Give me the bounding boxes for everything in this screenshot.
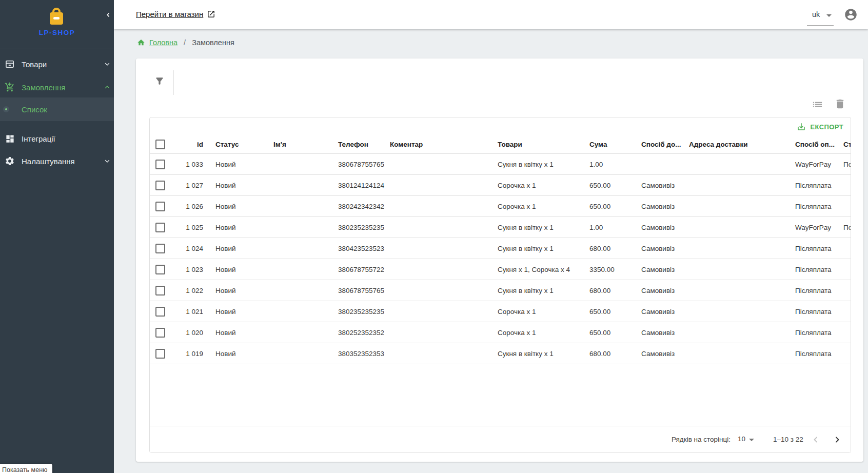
column-header-name[interactable]: Ім'я [265, 135, 330, 154]
cell-pay_status [835, 175, 851, 196]
row-checkbox[interactable] [155, 265, 165, 274]
row-checkbox[interactable] [155, 223, 165, 232]
cell-products: Сукня в квітку x 1 [489, 238, 581, 259]
table-row[interactable]: 1 024Новий380423523523Сукня в квітку x 1… [150, 238, 851, 259]
page-prev-icon[interactable] [811, 435, 821, 445]
sidebar-collapse-button[interactable] [102, 9, 113, 21]
account-circle-icon[interactable] [844, 8, 858, 22]
cell-address [681, 154, 787, 175]
cell-name [265, 280, 330, 301]
column-header-comment[interactable]: Коментар [382, 135, 489, 154]
table-row[interactable]: 1 027Новий380124124124Сорочка x 1650.00С… [150, 175, 851, 196]
cell-pay_status [835, 280, 851, 301]
table-row[interactable]: 1 026Новий380242342342Сорочка x 1650.00С… [150, 196, 851, 217]
cell-name [265, 301, 330, 322]
sidebar-item-settings[interactable]: Налаштування [0, 150, 114, 172]
table-row[interactable]: 1 025Новий380235235235Сукня в квітку x 1… [150, 217, 851, 238]
rows-per-page-label: Рядків на сторінці: [672, 436, 731, 443]
cell-status: Новий [207, 280, 265, 301]
export-button[interactable]: ЕКСПОРТ [797, 121, 843, 132]
go-to-store-link[interactable]: Перейти в магазин [136, 10, 215, 18]
language-value: uk [812, 10, 820, 18]
table-row[interactable]: 1 020Новий380252352352Сорочка x 1650.00С… [150, 322, 851, 343]
filter-divider [173, 70, 174, 95]
row-select-cell [150, 217, 175, 238]
logo-text: LP-SHOP [0, 29, 114, 36]
cell-name [265, 196, 330, 217]
cell-id: 1 020 [175, 322, 207, 343]
filter-funnel-icon[interactable] [154, 76, 165, 86]
column-header-sum[interactable]: Сума [581, 135, 633, 154]
row-select-cell [150, 154, 175, 175]
sidebar-item-label: Замовлення [22, 83, 65, 92]
cell-address [681, 217, 787, 238]
cell-name [265, 154, 330, 175]
row-checkbox[interactable] [155, 160, 165, 169]
rows-per-page-select[interactable]: 10 [738, 435, 745, 443]
table-row[interactable]: 1 019Новий380352352353Сукня в квітку x 1… [150, 343, 851, 364]
sidebar-item-orders[interactable]: Замовлення [0, 76, 114, 98]
table-row[interactable]: 1 022Новий380678755765Сукня в квітку x 1… [150, 280, 851, 301]
app-root: LP-SHOP Товари Замовлення Список [0, 0, 868, 473]
row-checkbox[interactable] [155, 307, 165, 317]
column-header-delivery[interactable]: Спосіб до... [633, 135, 681, 154]
row-checkbox[interactable] [155, 181, 165, 190]
trash-icon[interactable] [834, 98, 846, 110]
cell-sum: 650.00 [581, 301, 633, 322]
sidebar-item-products[interactable]: Товари [0, 53, 114, 75]
cell-sum: 1.00 [581, 154, 633, 175]
column-header-products[interactable]: Товари [489, 135, 581, 154]
cell-products: Сукня в квітку x 1 [489, 154, 581, 175]
cell-address [681, 175, 787, 196]
cell-id: 1 027 [175, 175, 207, 196]
sidebar-item-integrations[interactable]: Інтеграції [0, 127, 114, 150]
orders-table: id Статус Ім'я Телефон Коментар Товари С… [150, 135, 851, 364]
cell-comment [382, 196, 489, 217]
cell-name [265, 343, 330, 364]
cell-delivery: Самовивіз [633, 217, 681, 238]
column-header-phone[interactable]: Телефон [330, 135, 382, 154]
column-header-pay-status[interactable]: Ст [835, 135, 851, 154]
column-header-address[interactable]: Адреса доставки [681, 135, 787, 154]
column-header-status[interactable]: Статус [207, 135, 265, 154]
cell-phone: 380678755765 [330, 280, 382, 301]
cell-payment: Післяплата [787, 175, 835, 196]
chevron-down-icon [826, 14, 832, 17]
row-select-cell [150, 175, 175, 196]
cell-products: Сукня в квітку x 1 [489, 217, 581, 238]
cell-status: Новий [207, 217, 265, 238]
view-list-icon[interactable] [812, 98, 823, 110]
chevron-down-icon [104, 157, 111, 165]
row-checkbox[interactable] [155, 349, 165, 359]
cell-payment: Післяплата [787, 196, 835, 217]
cell-phone: 380242342342 [330, 196, 382, 217]
select-all-checkbox[interactable] [155, 140, 165, 149]
row-checkbox[interactable] [155, 244, 165, 253]
cell-pay_status [835, 238, 851, 259]
cell-products: Сорочка x 1 [489, 196, 581, 217]
table-body: 1 033Новий380678755765Сукня в квітку x 1… [150, 154, 851, 364]
cell-comment [382, 175, 489, 196]
row-checkbox[interactable] [155, 286, 165, 295]
table-row[interactable]: 1 021Новий380235235235Сорочка x 1650.00С… [150, 301, 851, 322]
column-header-payment[interactable]: Спосіб оп... [787, 135, 835, 154]
row-checkbox[interactable] [155, 202, 165, 211]
row-checkbox[interactable] [155, 328, 165, 338]
language-select[interactable]: uk [807, 8, 838, 25]
cell-sum: 3350.00 [581, 259, 633, 280]
select-all-cell [150, 135, 175, 154]
page-next-icon[interactable] [832, 435, 842, 445]
cell-name [265, 217, 330, 238]
chevron-down-icon[interactable] [749, 439, 754, 441]
sidebar-item-orders-list[interactable]: Список [0, 97, 114, 121]
top-bar: Перейти в магазин uk [114, 0, 868, 29]
sidebar-item-label: Список [22, 105, 47, 114]
table-row[interactable]: 1 023Новий380678755722Сукня x 1, Сорочка… [150, 259, 851, 280]
breadcrumb-home-link[interactable]: Головна [149, 38, 177, 47]
cell-sum: 680.00 [581, 280, 633, 301]
table-row[interactable]: 1 033Новий380678755765Сукня в квітку x 1… [150, 154, 851, 175]
cell-pay_status: По [835, 154, 851, 175]
cell-phone: 380235235235 [330, 301, 382, 322]
column-header-id[interactable]: id [175, 135, 207, 154]
external-link-icon [207, 10, 215, 18]
